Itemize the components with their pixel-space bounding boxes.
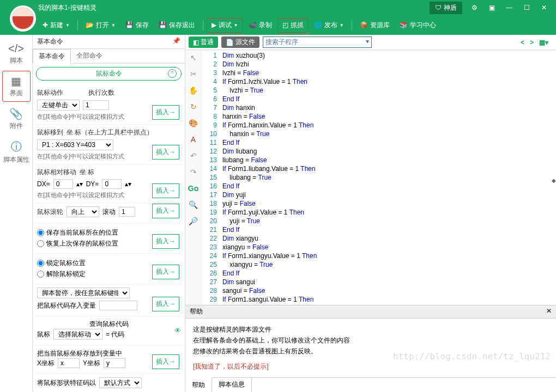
insert-button[interactable]: 插入→: [152, 297, 179, 311]
resource-button[interactable]: 📦资源库: [355, 19, 394, 32]
insert-button[interactable]: 插入→: [152, 265, 179, 279]
find-icon[interactable]: 🔍: [189, 200, 198, 209]
insert-button[interactable]: 插入→: [152, 234, 179, 249]
pin-icon[interactable]: 📌: [172, 37, 180, 46]
dismiss-link[interactable]: [我知道了，以后不必提示]: [193, 361, 548, 372]
tab-all[interactable]: 全部命令: [71, 49, 108, 63]
cmd-mouse-wheel: 鼠标滚轮 向上 滚动 插入→: [36, 203, 182, 223]
refresh-icon[interactable]: ↻: [190, 102, 197, 111]
undo-icon[interactable]: ↶: [190, 151, 197, 160]
scroll-marker: ◆: [552, 177, 556, 183]
window-title: 我的脚本1-按键精灵: [38, 3, 96, 13]
insert-button[interactable]: 插入→: [152, 204, 179, 218]
eye-icon: 👁: [174, 325, 181, 336]
shape-mode-select[interactable]: 默认方式: [99, 377, 142, 388]
rail-ui[interactable]: ▦界面: [2, 71, 31, 102]
next-icon[interactable]: >: [530, 39, 534, 46]
var-input[interactable]: [99, 301, 137, 310]
stepper-icon[interactable]: ▴▾: [125, 180, 131, 188]
restore-icon[interactable]: ▣: [486, 2, 497, 13]
prev-icon[interactable]: <: [521, 39, 524, 46]
chevron-down-icon: ▾: [366, 38, 369, 47]
rail-attach[interactable]: 📎附件: [2, 104, 31, 134]
info-icon: ⓘ: [2, 139, 31, 154]
code-editor[interactable]: ◆ 1Dim xuzhou(3)2Dim lvzhi3lvzhi = False…: [202, 50, 556, 305]
shield-button[interactable]: 🛡神盾: [430, 2, 462, 14]
cut-icon[interactable]: ✂: [190, 70, 197, 78]
y-input[interactable]: [104, 358, 125, 368]
view-normal-button[interactable]: ◧普通: [189, 36, 218, 48]
collapse-icon[interactable]: ⌃: [168, 69, 177, 78]
exec-count-input[interactable]: [83, 100, 109, 110]
open-button[interactable]: 📂打开▼: [81, 19, 120, 32]
font-icon[interactable]: A: [191, 135, 196, 144]
layout-icon[interactable]: ▦▾: [539, 39, 548, 46]
close-icon[interactable]: ✕: [546, 307, 552, 316]
close-icon[interactable]: ✕: [539, 2, 549, 13]
rail-script[interactable]: </>脚本: [2, 39, 31, 69]
left-rail: </>脚本 ▦界面 📎附件 ⓘ脚本属性: [0, 35, 33, 392]
code-icon: </>: [2, 42, 31, 55]
wheel-n-input[interactable]: [119, 207, 135, 217]
stepper-icon[interactable]: ▴▾: [76, 180, 83, 188]
clip-icon: 📎: [2, 107, 31, 120]
cmd-mouse-move: 鼠标移到坐 标（在上方工具栏中抓点） P1 : X=603 Y=403 在[其他…: [36, 125, 182, 164]
record-button[interactable]: 📹录制: [244, 19, 276, 32]
cursor-icon[interactable]: ↖: [190, 53, 197, 62]
wheel-dir-select[interactable]: 向上: [67, 206, 99, 217]
tab-scriptinfo[interactable]: 脚本信息: [212, 378, 252, 392]
pause-select[interactable]: 脚本暂停，按任意鼠标键继续: [37, 287, 130, 298]
rail-props[interactable]: ⓘ脚本属性: [2, 136, 31, 168]
debug-button[interactable]: ▶调试▼: [207, 18, 243, 33]
avatar[interactable]: [10, 5, 36, 32]
doc-icon: 📄: [226, 39, 234, 46]
dy-input[interactable]: [102, 179, 122, 189]
coord-select[interactable]: P1 : X=603 Y=403: [37, 139, 113, 150]
tab-basic[interactable]: 基本命令: [33, 49, 71, 64]
palette-icon[interactable]: 🎨: [189, 119, 198, 127]
insert-button[interactable]: 插入→: [152, 105, 179, 120]
view-source-button[interactable]: 📄源文件: [221, 36, 259, 48]
grab-button[interactable]: ◰抓抓: [277, 18, 309, 33]
minimize-icon[interactable]: —: [504, 2, 515, 13]
cmd-mouse-action: 鼠标动作执行次数 左键单击 在[其他命令]中可以设定模拟方式 插入→: [36, 85, 182, 125]
insert-button[interactable]: 插入→: [152, 183, 179, 198]
save-icon: 💾: [125, 21, 134, 29]
editor-area: ◧普通 📄源文件 搜索子程序▾ < > ▦▾ ↖ ✂ ✋ ↻ 🎨 A ↶ ↷ G…: [185, 35, 556, 392]
plus-icon: ✚: [43, 21, 48, 29]
camera-icon: 📹: [249, 21, 257, 29]
publish-icon: 🌐: [314, 21, 322, 29]
unlock-pos-radio[interactable]: [37, 271, 44, 278]
window-icon: ◧: [193, 39, 199, 46]
maximize-icon[interactable]: ☐: [521, 2, 532, 13]
save-button[interactable]: 💾保存: [121, 19, 153, 32]
save-pos-radio[interactable]: [37, 229, 44, 236]
cmd-cursor-shape: 将鼠标形状特征码以默认方式: [36, 374, 182, 392]
restore-pos-radio[interactable]: [37, 240, 44, 247]
saveexit-button[interactable]: 💾保存退出: [154, 19, 200, 32]
publish-button[interactable]: 🌐发布▼: [310, 19, 348, 32]
new-button[interactable]: ✚新建▼: [38, 19, 74, 32]
x-input[interactable]: [58, 358, 80, 368]
insert-button[interactable]: 插入→: [152, 354, 179, 369]
saveexit-icon: 💾: [159, 21, 167, 29]
insert-button[interactable]: 插入→: [152, 145, 179, 160]
dx-input[interactable]: [53, 179, 73, 189]
folder-icon: 📂: [86, 21, 94, 29]
search-input[interactable]: 搜索子程序▾: [263, 36, 372, 48]
package-icon: 📦: [360, 21, 368, 29]
mouse-action-select[interactable]: 左键单击: [37, 100, 80, 111]
redo-icon[interactable]: ↷: [190, 168, 197, 176]
replace-icon[interactable]: 🔎: [189, 217, 198, 225]
help-title: 帮助: [190, 307, 203, 316]
category-mouse[interactable]: 鼠标命令⌃: [36, 67, 182, 81]
query-select[interactable]: 选择鼠标动作: [53, 329, 102, 340]
hand-icon[interactable]: ✋: [189, 86, 198, 95]
titlebar: 我的脚本1-按键精灵 🛡神盾 ⚙ ▣ — ☐ ✕: [0, 0, 556, 15]
go-icon[interactable]: Go: [188, 184, 198, 193]
settings-icon[interactable]: ⚙: [469, 2, 480, 13]
learn-button[interactable]: 📚学习中心: [395, 19, 440, 32]
tab-help[interactable]: 帮助: [185, 377, 212, 392]
lock-pos-radio[interactable]: [37, 260, 44, 267]
cmd-store-coord: 把当前鼠标坐标存放到变量中 X坐标 Y坐标 插入→: [36, 346, 182, 374]
